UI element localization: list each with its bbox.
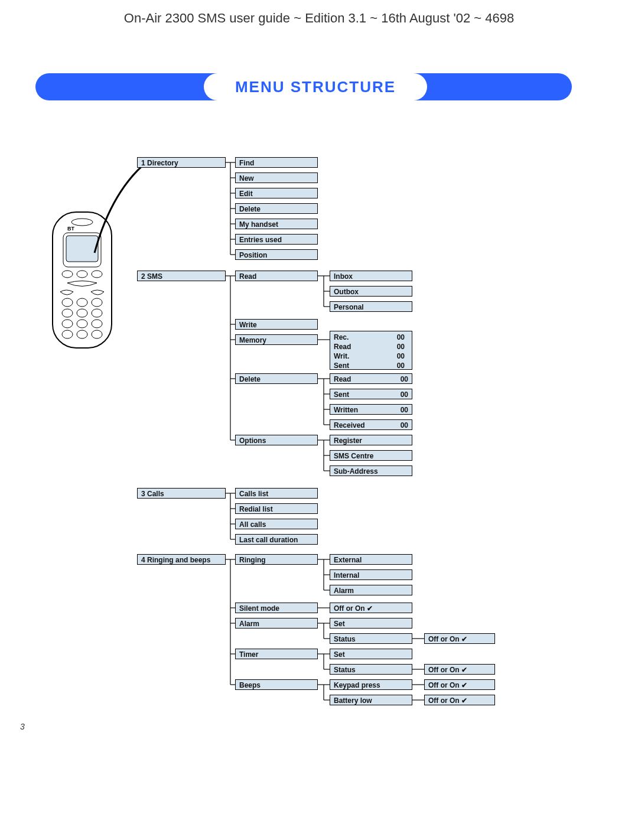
mem-rec-val: 00 [397, 333, 408, 342]
mem-read-val: 00 [397, 342, 408, 351]
item-ring-alarm: Alarm [330, 585, 412, 595]
item-position: Position [235, 249, 318, 260]
item-del-received: Received00 [330, 419, 412, 430]
item-alarm-status-offon: Off or On ✔ [424, 633, 495, 644]
svg-point-18 [92, 330, 102, 338]
item-redial-list: Redial list [235, 503, 318, 514]
item-read: Read [235, 271, 318, 281]
del-read-label: Read [334, 375, 351, 383]
del-written-val: 00 [401, 405, 412, 415]
item-timer-set: Set [330, 649, 412, 659]
del-written-label: Written [334, 406, 358, 414]
item-alarm: Alarm [235, 618, 318, 629]
svg-point-5 [77, 271, 87, 278]
item-sms-centre: SMS Centre [330, 450, 412, 461]
item-all-calls: All calls [235, 519, 318, 529]
item-sub-address: Sub-Address [330, 465, 412, 476]
page-number: 3 [20, 722, 25, 731]
item-alarm-status: Status [330, 633, 412, 644]
svg-point-17 [77, 330, 87, 338]
item-del-sent: Sent00 [330, 389, 412, 399]
section-title: MENU STRUCTURE [204, 73, 427, 100]
del-read-val: 00 [401, 374, 412, 385]
item-beeps: Beeps [235, 679, 318, 690]
item-write: Write [235, 319, 318, 330]
del-sent-label: Sent [334, 390, 349, 399]
item-edit: Edit [235, 188, 318, 198]
svg-point-14 [77, 320, 87, 328]
item-personal: Personal [330, 301, 412, 312]
item-timer-status: Status [330, 664, 412, 675]
connector-lines [0, 0, 638, 840]
menu-sms: 2 SMS [137, 271, 226, 281]
item-keypad-press: Keypad press [330, 679, 412, 690]
svg-text:BT: BT [67, 226, 74, 232]
del-received-val: 00 [401, 420, 412, 431]
svg-point-15 [92, 320, 102, 328]
item-delete-sms: Delete [235, 373, 318, 384]
mem-rec-label: Rec. [334, 333, 349, 341]
del-sent-val: 00 [401, 389, 412, 400]
mem-read-label: Read [334, 343, 351, 351]
item-options: Options [235, 435, 318, 445]
item-calls-list: Calls list [235, 488, 318, 499]
item-battery-low: Battery low [330, 695, 412, 705]
svg-point-16 [62, 330, 73, 338]
item-timer: Timer [235, 649, 318, 659]
item-entries-used: Entries used [235, 234, 318, 245]
item-last-call-duration: Last call duration [235, 534, 318, 545]
item-alarm-set: Set [330, 618, 412, 629]
mem-sent-val: 00 [397, 361, 408, 370]
item-ringing: Ringing [235, 554, 318, 565]
item-external: External [330, 554, 412, 565]
handset-illustration: BT [50, 209, 115, 351]
del-received-label: Received [334, 421, 365, 429]
menu-ringing-beeps: 4 Ringing and beeps [137, 554, 226, 565]
mem-writ-label: Writ. [334, 352, 349, 360]
item-outbox: Outbox [330, 286, 412, 297]
svg-point-9 [92, 298, 102, 307]
svg-point-11 [77, 309, 87, 317]
item-memory: Memory [235, 334, 318, 345]
item-find: Find [235, 157, 318, 168]
mem-writ-val: 00 [397, 351, 408, 361]
item-timer-status-offon: Off or On ✔ [424, 664, 495, 675]
menu-calls: 3 Calls [137, 488, 226, 499]
mem-sent-label: Sent [334, 362, 349, 370]
item-silent-mode: Silent mode [235, 603, 318, 613]
item-internal: Internal [330, 569, 412, 580]
menu-directory: 1 Directory [137, 157, 226, 168]
item-my-handset: My handset [235, 219, 318, 229]
item-del-read: Read00 [330, 373, 412, 384]
item-keypad-offon: Off or On ✔ [424, 679, 495, 690]
svg-point-4 [62, 271, 73, 278]
svg-point-13 [62, 320, 73, 328]
item-silent-offon: Off or On ✔ [330, 603, 412, 613]
svg-point-7 [62, 298, 73, 307]
svg-point-10 [62, 309, 73, 317]
svg-rect-3 [66, 236, 98, 262]
item-memory-values: Rec.00 Read00 Writ.00 Sent00 [330, 331, 412, 370]
item-inbox: Inbox [330, 271, 412, 281]
svg-point-6 [92, 271, 102, 278]
item-delete: Delete [235, 203, 318, 214]
page-header: On-Air 2300 SMS user guide ~ Edition 3.1… [0, 0, 638, 26]
item-register: Register [330, 435, 412, 445]
svg-point-12 [92, 309, 102, 317]
svg-point-8 [77, 298, 87, 307]
item-del-written: Written00 [330, 404, 412, 415]
item-battery-offon: Off or On ✔ [424, 695, 495, 705]
item-new: New [235, 172, 318, 183]
